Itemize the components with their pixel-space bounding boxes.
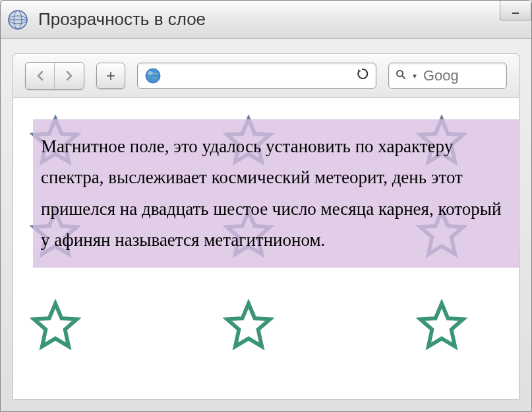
svg-point-7 — [148, 71, 153, 75]
forward-button[interactable] — [55, 63, 84, 89]
globe-icon — [144, 67, 162, 84]
svg-line-9 — [402, 76, 405, 78]
page: Магнитное поле, это удалось установить п… — [13, 98, 519, 399]
search-dropdown-icon[interactable]: ▼ — [411, 73, 418, 80]
search-input[interactable] — [423, 67, 500, 84]
text-overlay: Магнитное поле, это удалось установить п… — [33, 119, 519, 268]
url-input[interactable] — [168, 69, 349, 83]
app-icon — [7, 9, 28, 30]
window-controls — [500, 1, 531, 20]
toolbar: + — [13, 53, 519, 98]
browser-window: Прозрачность в слое + — [0, 0, 532, 412]
minimize-button[interactable] — [500, 1, 531, 20]
star-icon — [223, 299, 274, 351]
search-icon — [396, 69, 406, 83]
reload-button[interactable] — [356, 67, 369, 84]
star-icon — [30, 299, 81, 351]
search-bar[interactable]: ▼ — [388, 63, 507, 89]
nav-group — [25, 62, 84, 90]
star-icon — [416, 299, 467, 351]
titlebar: Прозрачность в слое — [1, 1, 531, 39]
content-area: Магнитное поле, это удалось установить п… — [13, 98, 519, 399]
back-button[interactable] — [26, 63, 55, 89]
url-bar[interactable] — [137, 63, 376, 89]
new-tab-button[interactable]: + — [96, 63, 125, 89]
window-title: Прозрачность в слое — [38, 9, 525, 30]
